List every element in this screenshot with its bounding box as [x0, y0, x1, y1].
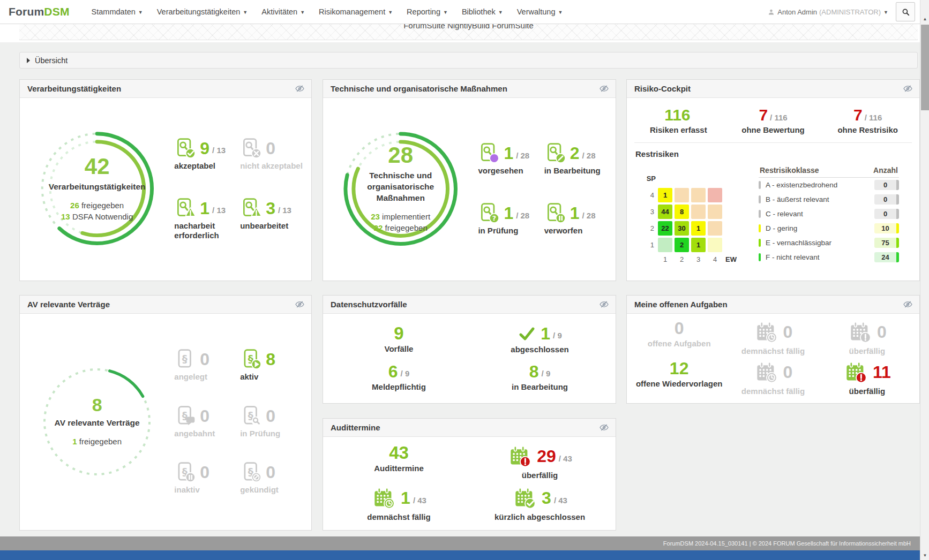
- eye-off-icon: [295, 299, 305, 309]
- measure-discarded-icon: [544, 202, 567, 224]
- eye-off-icon: [599, 299, 609, 309]
- calendar-check-icon: [512, 486, 537, 510]
- measure-editing-icon: [544, 142, 567, 164]
- stat-angelegt: 0 angelegt: [174, 348, 240, 382]
- scroll-down-button[interactable]: ▼: [920, 551, 929, 560]
- stat-abgeschlossen: 1/ 9 abgeschlossen: [511, 324, 568, 355]
- hide-widget-button[interactable]: [599, 84, 609, 94]
- hide-widget-button[interactable]: [903, 299, 913, 309]
- nav-item-verarbeitungstaetigkeiten[interactable]: Verarbeitungstätigkeiten▼: [150, 0, 255, 24]
- count-badge: 0: [874, 194, 899, 205]
- chevron-down-icon: ▼: [498, 10, 503, 15]
- measure-planned-icon: [478, 142, 500, 164]
- matrix-cell: 22: [658, 221, 672, 236]
- check-icon: [518, 324, 536, 343]
- measure-review-icon: [478, 202, 500, 224]
- hide-widget-button[interactable]: [295, 84, 305, 94]
- matrix-cell: [691, 188, 706, 202]
- nav-item-bibliothek[interactable]: Bibliothek▼: [455, 0, 510, 24]
- widget-av-contracts: AV relevante Verträge 8 AV relevante Ver…: [19, 295, 312, 531]
- nav-item-verwaltung[interactable]: Verwaltung▼: [510, 0, 570, 24]
- stat-nicht-akzeptabel: 0 nicht akzeptabel: [240, 137, 306, 171]
- search-icon: [901, 7, 910, 17]
- eye-off-icon: [295, 84, 305, 94]
- stat-audittermine: 43 Audittermine: [374, 444, 424, 481]
- search-button[interactable]: [896, 2, 915, 21]
- processing-rejected-icon: [240, 137, 263, 160]
- stat-audit-ueberfaellig: 29/ 43 überfällig: [507, 444, 572, 481]
- widget-header: Datenschutzvorfälle: [323, 296, 616, 314]
- stat-wv-faellig: 0 demnächst fällig: [741, 360, 805, 397]
- stat-offene-aufgaben: 0 offene Aufgaben: [648, 320, 711, 357]
- contract-inactive-icon: [174, 461, 197, 483]
- count-badge: 0: [874, 209, 899, 219]
- stat-aufgaben-faellig: 0 demnächst fällig: [741, 320, 805, 357]
- stat-gekuendigt: 0 gekündigt: [240, 461, 306, 495]
- calendar-clock-icon: [754, 320, 778, 344]
- kpi-ohne-bewertung: 7/ 116 ohne Bewertung: [726, 107, 821, 134]
- matrix-cell: 8: [675, 205, 689, 219]
- overview-panel-header[interactable]: Übersicht: [19, 52, 918, 69]
- risk-class-row: C - relevant 0: [759, 207, 899, 221]
- widget-header: Meine offenen Aufgaben: [627, 296, 919, 314]
- processing-activities-donut: 42 Verarbeitungstätigkeiten 26 freigegeb…: [20, 98, 174, 280]
- scrollbar-track[interactable]: ▲ ▼: [920, 0, 929, 560]
- matrix-cell: [691, 205, 706, 219]
- class-color-bar: [759, 181, 761, 189]
- hide-widget-button[interactable]: [295, 299, 305, 309]
- chevron-down-icon: ▼: [300, 10, 305, 15]
- class-color-bar: [759, 210, 761, 218]
- stat-nacharbeit: 1/ 13 nacharbeit erforderlich: [174, 197, 240, 241]
- chevron-down-icon: ▼: [138, 10, 143, 15]
- stat-meldepflichtig: 6/ 9 Meldepflichtig: [372, 363, 426, 392]
- stat-inc-in-bearbeitung: 8/ 9 in Bearbeitung: [512, 363, 568, 392]
- matrix-cell: [708, 221, 722, 236]
- nav-item-risikomanagement[interactable]: Risikomanagement▼: [312, 0, 400, 24]
- nav-item-reporting[interactable]: Reporting▼: [400, 0, 455, 24]
- av-contracts-donut: 8 AV relevante Verträge 1 freigegeben: [20, 314, 174, 529]
- risk-class-row: A - existenzbedrohend 0: [759, 178, 899, 192]
- kpi-ohne-restrisiko: 7/ 116 ohne Restrisiko: [820, 107, 915, 134]
- class-color-bar: [759, 239, 761, 247]
- processing-accepted-icon: [174, 137, 197, 160]
- restrisiken-title: Restrisiken: [627, 143, 919, 158]
- count-badge: 10: [874, 223, 899, 233]
- scroll-up-button[interactable]: ▲: [920, 14, 929, 24]
- chevron-down-icon: ▼: [388, 10, 393, 15]
- nav-item-stammdaten[interactable]: Stammdaten▼: [85, 0, 150, 24]
- stat-unbearbeitet: 3/ 13 unbearbeitet: [240, 197, 306, 241]
- stat-in-bearbeitung: 2/ 28 in Bearbeitung: [544, 142, 610, 176]
- hide-widget-button[interactable]: [903, 84, 913, 94]
- eye-off-icon: [599, 84, 609, 94]
- widget-header: AV relevante Verträge: [20, 296, 311, 314]
- widget-data-breaches: Datenschutzvorfälle 9 Vorfälle 1/ 9 abge…: [323, 295, 616, 404]
- top-navbar: ForumDSM Stammdaten▼ Verarbeitungstätigk…: [0, 0, 929, 24]
- stat-verworfen: 1/ 28 verworfen: [544, 202, 610, 236]
- stat-aufgaben-ueberfaellig: 0 überfällig: [848, 320, 887, 357]
- stat-wv-ueberfaellig: 11 überfällig: [843, 360, 891, 397]
- calendar-clock-icon: [754, 360, 778, 384]
- nav-item-aktivitaeten[interactable]: Aktivitäten▼: [254, 0, 312, 24]
- matrix-cell: 1: [658, 188, 672, 202]
- scrollbar-thumb[interactable]: [921, 25, 929, 110]
- hide-widget-button[interactable]: [599, 299, 609, 309]
- widget-processing-activities: Verarbeitungstätigkeiten 42 Verarbeitung…: [19, 79, 312, 281]
- matrix-cell: [658, 238, 672, 252]
- stat-audit-abgeschlossen: 3/ 43 kürzlich abgeschlossen: [495, 486, 585, 523]
- contract-created-icon: [174, 348, 197, 370]
- calendar-alert-icon: [843, 360, 868, 384]
- brand-logo[interactable]: ForumDSM: [9, 5, 70, 18]
- matrix-cell: [708, 188, 722, 202]
- matrix-cell: 1: [691, 238, 706, 252]
- widget-risk-cockpit: Risiko-Cockpit 116 Risiken erfasst 7/ 11…: [626, 79, 920, 281]
- processing-warning-icon: [174, 197, 197, 220]
- calendar-alert-icon: [507, 444, 532, 468]
- footer-bar: ForumDSM 2024-04.15_030141 | © 2024 FORU…: [0, 536, 929, 550]
- chevron-down-icon: ▼: [558, 10, 563, 15]
- class-color-bar: [759, 195, 761, 203]
- hide-widget-button[interactable]: [599, 422, 609, 433]
- user-menu[interactable]: Anton Admin (ADMINISTRATOR) ▼: [768, 8, 888, 16]
- contract-review-icon: [240, 405, 263, 427]
- count-badge: 0: [874, 180, 899, 190]
- donut-total: 8: [92, 396, 102, 414]
